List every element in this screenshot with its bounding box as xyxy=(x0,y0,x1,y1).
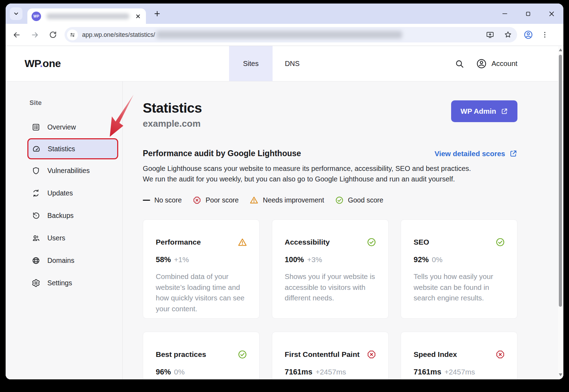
score-delta: +3% xyxy=(307,255,322,264)
warning-triangle-icon xyxy=(249,195,259,205)
main-content: Statistics example.com WP Admin Performa… xyxy=(123,81,563,379)
tab-close-icon[interactable] xyxy=(135,13,141,19)
card-first-contentful-paint: First Contentful Paint 7161ms +2457ms xyxy=(272,332,389,379)
sidebar-item-domains[interactable]: Domains xyxy=(6,249,122,272)
sidebar: Site Overview Statistics xyxy=(6,81,123,379)
sidebar-item-statistics[interactable]: Statistics xyxy=(27,138,118,159)
address-bar[interactable]: app.wp.one/sites/statistics/ xyxy=(65,27,517,42)
back-button[interactable] xyxy=(9,27,24,42)
sidebar-item-settings[interactable]: Settings xyxy=(6,272,122,294)
close-window-button[interactable] xyxy=(540,4,563,24)
score-delta: +2457ms xyxy=(315,368,346,376)
page-scrollbar[interactable] xyxy=(558,46,563,378)
good-score-icon xyxy=(367,237,376,247)
scroll-down-arrow-icon[interactable] xyxy=(559,373,562,376)
legend-good-score: Good score xyxy=(335,196,383,205)
no-score-dash-icon xyxy=(143,200,150,201)
view-detailed-scores-link[interactable]: View detailed scores xyxy=(435,150,517,158)
url-text[interactable]: app.wp.one/sites/statistics/ xyxy=(82,31,155,39)
card-best-practices: Best practices 96% 0% xyxy=(143,332,260,379)
card-performance: Performance 58% +1% Combined data of you… xyxy=(143,219,260,319)
install-app-icon[interactable] xyxy=(486,31,494,39)
score-value: 100% xyxy=(285,255,304,264)
tab-search-button[interactable] xyxy=(10,7,22,20)
scroll-up-arrow-icon[interactable] xyxy=(559,48,562,51)
sidebar-item-label: Domains xyxy=(47,257,74,265)
sidebar-item-label: Overview xyxy=(47,123,76,131)
sidebar-item-label: Users xyxy=(47,234,65,242)
new-tab-button[interactable] xyxy=(153,10,161,18)
profile-icon[interactable] xyxy=(523,30,533,40)
sidebar-item-users[interactable]: Users xyxy=(6,227,122,249)
sidebar-section-label: Site xyxy=(29,99,122,107)
card-title: Performance xyxy=(156,238,201,246)
top-nav: Sites DNS xyxy=(229,46,312,81)
sidebar-item-backups[interactable]: Backups xyxy=(6,204,122,227)
site-info-icon[interactable] xyxy=(67,29,78,40)
score-cards-grid: Performance 58% +1% Combined data of you… xyxy=(143,219,517,379)
window-controls xyxy=(493,4,563,24)
card-title: Speed Index xyxy=(414,350,457,359)
sidebar-item-label: Backups xyxy=(47,212,74,220)
tab-sites[interactable]: Sites xyxy=(229,46,273,81)
browser-toolbar: app.wp.one/sites/statistics/ xyxy=(6,24,563,46)
card-title: Best practices xyxy=(156,350,206,359)
menu-kebab-icon[interactable] xyxy=(541,31,549,39)
backups-history-icon xyxy=(32,211,40,220)
app-header: WP.one Sites DNS Account xyxy=(6,46,563,81)
sidebar-item-updates[interactable]: Updates xyxy=(6,182,122,204)
updates-sync-icon xyxy=(32,189,40,198)
score-delta: 0% xyxy=(174,368,185,376)
external-link-icon xyxy=(501,108,508,115)
score-value: 58% xyxy=(156,255,171,264)
minimize-button[interactable] xyxy=(493,4,516,24)
tab-dns[interactable]: DNS xyxy=(273,46,312,81)
score-delta: +1% xyxy=(174,255,189,264)
tab-strip: WP xyxy=(6,4,563,24)
legend-no-score: No score xyxy=(143,196,182,204)
card-speed-index: Speed Index 7161ms +2457ms xyxy=(401,332,517,379)
legend-poor-score: Poor score xyxy=(193,196,239,205)
card-title: First Contentful Paint xyxy=(285,350,360,359)
legend-needs-improvement: Needs improvement xyxy=(249,195,324,205)
account-label: Account xyxy=(491,59,517,68)
score-delta: 0% xyxy=(432,255,442,264)
globe-icon xyxy=(32,256,40,265)
shield-icon xyxy=(32,166,40,175)
poor-score-icon xyxy=(495,350,505,359)
card-seo: SEO 92% 0% Tells you how easily your web… xyxy=(401,219,517,319)
wpone-logo[interactable]: WP.one xyxy=(25,58,61,69)
card-title: SEO xyxy=(414,238,429,246)
account-menu[interactable]: Account xyxy=(476,58,517,69)
forward-button[interactable] xyxy=(27,27,42,42)
sidebar-item-label: Settings xyxy=(47,279,72,287)
sidebar-item-label: Statistics xyxy=(48,145,75,153)
poor-score-icon xyxy=(367,350,376,359)
warning-triangle-icon xyxy=(237,237,247,247)
url-blurred-segment xyxy=(156,31,402,39)
score-legend: No score Poor score Needs improvement xyxy=(143,195,563,205)
sidebar-item-overview[interactable]: Overview xyxy=(6,116,122,138)
gear-icon xyxy=(32,279,40,287)
users-icon xyxy=(32,234,40,242)
reload-button[interactable] xyxy=(46,27,60,42)
score-value: 7161ms xyxy=(414,368,441,377)
score-value: 96% xyxy=(156,368,171,377)
card-description: Shows you if your website is accessible … xyxy=(285,271,376,304)
sidebar-item-vulnerabilities[interactable]: Vulnerabilities xyxy=(6,159,122,182)
browser-tab[interactable]: WP xyxy=(27,8,146,24)
section-heading: Performance audit by Google Lighthouse xyxy=(143,149,301,158)
score-delta: +2457ms xyxy=(444,368,475,376)
maximize-button[interactable] xyxy=(516,4,540,24)
good-score-icon xyxy=(335,196,344,205)
search-icon[interactable] xyxy=(455,59,464,68)
scrollbar-thumb[interactable] xyxy=(559,55,562,307)
statistics-gauge-icon xyxy=(32,145,41,153)
sidebar-item-label: Updates xyxy=(47,189,73,197)
browser-window: WP xyxy=(6,4,563,379)
wp-admin-button[interactable]: WP Admin xyxy=(451,100,517,122)
overview-icon xyxy=(32,123,40,132)
card-accessibility: Accessibility 100% +3% Shows you if your… xyxy=(272,219,389,319)
bookmark-star-icon[interactable] xyxy=(504,31,512,39)
card-description: Tells you how easily your website can be… xyxy=(414,271,505,304)
